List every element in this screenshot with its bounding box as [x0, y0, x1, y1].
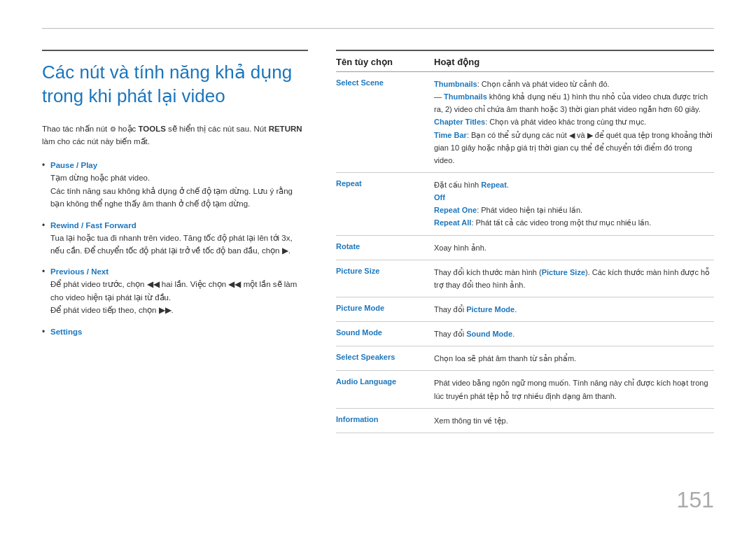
- page-title: Các nút và tính năng khả dụng trong khi …: [42, 50, 308, 108]
- row-term: Sound Mode: [336, 328, 434, 337]
- intro-paragraph: Thao tác nhấn nút ⚙ hoặc TOOLS sẽ hiển t…: [42, 122, 308, 148]
- title-line2: trong khi phát lại video: [42, 85, 225, 106]
- desc-rewind: Tua lại hoặc tua đi nhanh trên video. Tă…: [50, 232, 308, 258]
- table-row: Audio Language Phát video bằng ngôn ngữ …: [336, 371, 714, 408]
- row-content: Thay đổi Sound Mode.: [434, 328, 714, 340]
- list-item: Rewind / Fast Forward Tua lại hoặc tua đ…: [42, 220, 308, 258]
- row-content: Thay đổi kích thước màn hình (Picture Si…: [434, 266, 714, 291]
- title-line1: Các nút và tính năng khả dụng: [42, 62, 292, 83]
- right-panel: Tên tùy chọn Hoạt động Select Scene Thum…: [336, 50, 714, 433]
- term-prev-next: Previous / Next: [50, 267, 108, 276]
- desc-prev-next: Để phát video trước, chọn ◀◀ hai lần. Vi…: [50, 278, 308, 316]
- row-term: Select Speakers: [336, 352, 434, 361]
- table-row: Rotate Xoay hình ảnh.: [336, 236, 714, 260]
- left-panel: Các nút và tính năng khả dụng trong khi …: [42, 50, 308, 433]
- sep: /: [85, 267, 92, 276]
- row-term: Rotate: [336, 241, 434, 251]
- table-row: Select Scene Thumbnails: Chọn cảnh và ph…: [336, 72, 714, 173]
- row-term: Select Scene: [336, 78, 434, 87]
- list-item: Pause / Play Tạm dừng hoặc phát video. C…: [42, 160, 308, 210]
- row-content: Xem thông tin về tệp.: [434, 414, 714, 427]
- row-term: Repeat: [336, 178, 434, 188]
- row-content: Đặt cấu hình Repeat. Off Repeat One: Phá…: [434, 178, 714, 230]
- row-term: Information: [336, 414, 434, 423]
- list-item: Previous / Next Để phát video trước, chọ…: [42, 267, 308, 316]
- desc-pause-play: Tạm dừng hoặc phát video. Các tính năng …: [50, 171, 308, 210]
- term-previous: Previous: [50, 267, 85, 276]
- row-content: Chọn loa sẽ phát âm thanh từ sản phẩm.: [434, 352, 714, 365]
- table-header: Tên tùy chọn Hoạt động: [336, 50, 714, 72]
- col-header-term: Tên tùy chọn: [336, 57, 434, 67]
- main-container: Các nút và tính năng khả dụng trong khi …: [42, 50, 714, 433]
- term-pause-play: Pause / Play: [50, 161, 97, 169]
- row-content: Phát video bằng ngôn ngữ mong muốn. Tính…: [434, 377, 714, 402]
- term-next: Next: [91, 267, 108, 276]
- col-header-action: Hoạt động: [434, 57, 714, 67]
- row-content: Xoay hình ảnh.: [434, 241, 714, 254]
- term-rewind: Rewind / Fast Forward: [50, 221, 136, 230]
- row-content: Thay đổi Picture Mode.: [434, 303, 714, 316]
- row-term: Picture Mode: [336, 303, 434, 312]
- table-row: Sound Mode Thay đổi Sound Mode.: [336, 322, 714, 346]
- page-number: 151: [677, 487, 714, 513]
- row-term: Audio Language: [336, 377, 434, 386]
- row-content: Thumbnails: Chọn cảnh và phát video từ c…: [434, 78, 714, 167]
- list-item: Settings: [42, 327, 308, 337]
- row-term: Picture Size: [336, 266, 434, 275]
- table-row: Picture Mode Thay đổi Picture Mode.: [336, 297, 714, 322]
- table-row: Repeat Đặt cấu hình Repeat. Off Repeat O…: [336, 173, 714, 236]
- bullet-list: Pause / Play Tạm dừng hoặc phát video. C…: [42, 160, 308, 336]
- table-row: Information Xem thông tin về tệp.: [336, 409, 714, 433]
- term-settings: Settings: [50, 328, 82, 336]
- table-row: Picture Size Thay đổi kích thước màn hìn…: [336, 260, 714, 297]
- table-row: Select Speakers Chọn loa sẽ phát âm than…: [336, 346, 714, 371]
